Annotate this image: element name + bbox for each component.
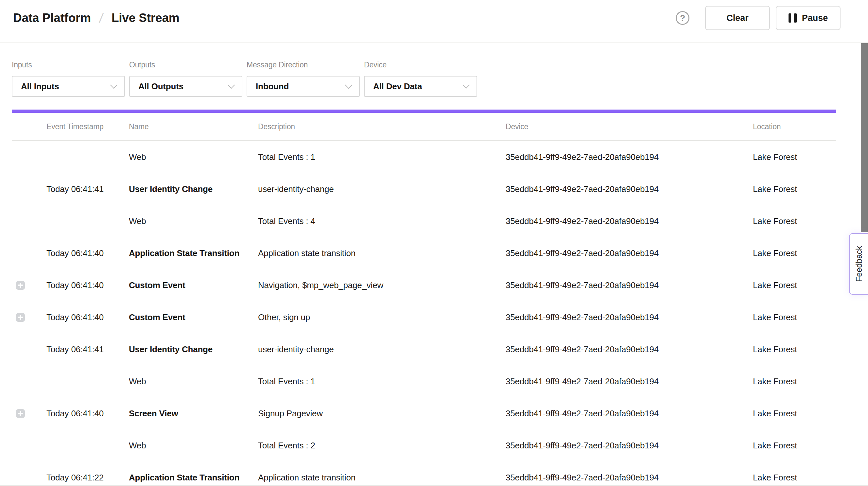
filter-group: Device All Dev Data bbox=[364, 61, 477, 97]
clear-button[interactable]: Clear bbox=[705, 6, 770, 30]
cell-description: Other, sign up bbox=[258, 312, 506, 323]
expand-plus-icon[interactable] bbox=[16, 409, 25, 418]
cell-device: 35eddb41-9ff9-49e2-7aed-20afa90eb194 bbox=[506, 280, 753, 291]
help-icon[interactable]: ? bbox=[676, 11, 689, 25]
filter-label: Inputs bbox=[12, 61, 125, 69]
table-header-row: Event Timestamp Name Description Device … bbox=[12, 113, 836, 141]
cell-location: Lake Forest bbox=[753, 441, 836, 451]
cell-device: 35eddb41-9ff9-49e2-7aed-20afa90eb194 bbox=[506, 408, 753, 419]
chevron-down-icon bbox=[345, 82, 352, 89]
cell-expand bbox=[12, 409, 46, 418]
cell-event-timestamp: Today 06:41:41 bbox=[46, 184, 129, 194]
table-row[interactable]: Web Total Events : 4 35eddb41-9ff9-49e2-… bbox=[12, 205, 836, 237]
cell-name: Web bbox=[129, 216, 258, 226]
table-row[interactable]: Today 06:41:40 Application State Transit… bbox=[12, 237, 836, 269]
cell-device: 35eddb41-9ff9-49e2-7aed-20afa90eb194 bbox=[506, 473, 753, 483]
cell-location: Lake Forest bbox=[753, 248, 836, 259]
filter-group: Outputs All Outputs bbox=[129, 61, 242, 97]
cell-event-timestamp: Today 06:41:40 bbox=[46, 280, 129, 291]
accent-bar bbox=[12, 110, 836, 113]
filter-dropdown-device[interactable]: All Dev Data bbox=[364, 76, 477, 97]
cell-name: Web bbox=[129, 441, 258, 451]
table-row[interactable]: Web Total Events : 1 35eddb41-9ff9-49e2-… bbox=[12, 141, 836, 173]
cell-description: Total Events : 1 bbox=[258, 376, 506, 387]
expand-plus-icon[interactable] bbox=[16, 281, 25, 290]
cell-location: Lake Forest bbox=[753, 408, 836, 419]
table-row[interactable]: Today 06:41:40 Screen View Signup Pagevi… bbox=[12, 397, 836, 429]
vertical-scrollbar-thumb[interactable] bbox=[861, 43, 868, 232]
pause-button[interactable]: Pause bbox=[776, 6, 840, 30]
filter-selected-value: All Inputs bbox=[21, 82, 59, 92]
column-header-description: Description bbox=[258, 122, 506, 131]
cell-event-timestamp: Today 06:41:41 bbox=[46, 344, 129, 355]
filter-group: Message Direction Inbound bbox=[247, 61, 360, 97]
cell-name: User Identity Change bbox=[129, 344, 258, 355]
filter-selected-value: All Outputs bbox=[138, 82, 184, 92]
events-table: Event Timestamp Name Description Device … bbox=[12, 113, 836, 486]
cell-expand bbox=[12, 313, 46, 322]
cell-device: 35eddb41-9ff9-49e2-7aed-20afa90eb194 bbox=[506, 248, 753, 259]
chevron-down-icon bbox=[110, 82, 118, 89]
cell-device: 35eddb41-9ff9-49e2-7aed-20afa90eb194 bbox=[506, 344, 753, 355]
cell-description: Total Events : 1 bbox=[258, 152, 506, 162]
filter-group: Inputs All Inputs bbox=[12, 61, 125, 97]
cell-description: Application state transition bbox=[258, 473, 506, 483]
pause-icon bbox=[788, 13, 797, 23]
table-row[interactable]: Today 06:41:22 Application State Transit… bbox=[12, 461, 836, 486]
header-actions: ? Clear Pause bbox=[676, 6, 840, 30]
cell-device: 35eddb41-9ff9-49e2-7aed-20afa90eb194 bbox=[506, 376, 753, 387]
cell-location: Lake Forest bbox=[753, 376, 836, 387]
filter-dropdown-inputs[interactable]: All Inputs bbox=[12, 76, 125, 97]
cell-name: Custom Event bbox=[129, 280, 258, 291]
breadcrumb-item-data-platform[interactable]: Data Platform bbox=[13, 11, 91, 25]
filter-label: Message Direction bbox=[247, 61, 360, 69]
cell-event-timestamp: Today 06:41:40 bbox=[46, 312, 129, 323]
filter-label: Device bbox=[364, 61, 477, 69]
cell-location: Lake Forest bbox=[753, 184, 836, 194]
cell-location: Lake Forest bbox=[753, 473, 836, 483]
feedback-tab-label: Feedback bbox=[854, 246, 864, 282]
table-row[interactable]: Web Total Events : 2 35eddb41-9ff9-49e2-… bbox=[12, 429, 836, 461]
cell-location: Lake Forest bbox=[753, 152, 836, 162]
expand-plus-icon[interactable] bbox=[16, 313, 25, 322]
filter-label: Outputs bbox=[129, 61, 242, 69]
column-header-name: Name bbox=[129, 122, 258, 131]
cell-description: Navigation, $mp_web_page_view bbox=[258, 280, 506, 291]
cell-event-timestamp: Today 06:41:40 bbox=[46, 248, 129, 259]
cell-description: Application state transition bbox=[258, 248, 506, 259]
table-row[interactable]: Today 06:41:41 User Identity Change user… bbox=[12, 173, 836, 205]
cell-description: Signup Pageview bbox=[258, 408, 506, 419]
table-row[interactable]: Today 06:41:40 Custom Event Navigation, … bbox=[12, 269, 836, 301]
cell-device: 35eddb41-9ff9-49e2-7aed-20afa90eb194 bbox=[506, 441, 753, 451]
column-header-device: Device bbox=[506, 122, 753, 131]
filter-dropdown-message-direction[interactable]: Inbound bbox=[247, 76, 360, 97]
table-row[interactable]: Today 06:41:41 User Identity Change user… bbox=[12, 333, 836, 365]
filters-bar: Inputs All Inputs Outputs All Outputs Me… bbox=[0, 43, 868, 97]
cell-description: user-identity-change bbox=[258, 184, 506, 194]
feedback-tab[interactable]: Feedback bbox=[849, 233, 868, 295]
filter-dropdown-outputs[interactable]: All Outputs bbox=[129, 76, 242, 97]
cell-device: 35eddb41-9ff9-49e2-7aed-20afa90eb194 bbox=[506, 216, 753, 226]
chevron-down-icon bbox=[462, 82, 470, 89]
cell-location: Lake Forest bbox=[753, 344, 836, 355]
cell-name: Custom Event bbox=[129, 312, 258, 323]
cell-device: 35eddb41-9ff9-49e2-7aed-20afa90eb194 bbox=[506, 152, 753, 162]
cell-location: Lake Forest bbox=[753, 280, 836, 291]
cell-name: Web bbox=[129, 152, 258, 162]
column-header-event-timestamp: Event Timestamp bbox=[46, 122, 129, 131]
cell-expand bbox=[12, 281, 46, 290]
cell-event-timestamp: Today 06:41:40 bbox=[46, 408, 129, 419]
filter-selected-value: Inbound bbox=[256, 82, 289, 92]
cell-device: 35eddb41-9ff9-49e2-7aed-20afa90eb194 bbox=[506, 312, 753, 323]
breadcrumb-item-live-stream: Live Stream bbox=[112, 11, 180, 25]
pause-button-label: Pause bbox=[802, 13, 828, 23]
table-row[interactable]: Web Total Events : 1 35eddb41-9ff9-49e2-… bbox=[12, 365, 836, 397]
chevron-down-icon bbox=[228, 82, 235, 89]
table-row[interactable]: Today 06:41:40 Custom Event Other, sign … bbox=[12, 301, 836, 333]
filter-selected-value: All Dev Data bbox=[373, 82, 422, 92]
app-header: Data Platform / Live Stream ? Clear Paus… bbox=[0, 0, 868, 43]
column-header-location: Location bbox=[753, 122, 836, 131]
cell-description: user-identity-change bbox=[258, 344, 506, 355]
cell-name: Screen View bbox=[129, 408, 258, 419]
cell-name: Web bbox=[129, 376, 258, 387]
